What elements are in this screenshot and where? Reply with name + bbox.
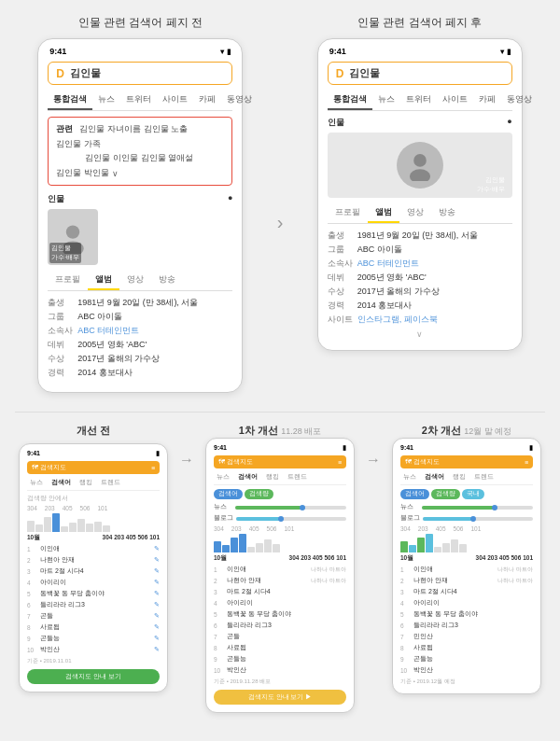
f1-bar-3 (231, 538, 238, 552)
subtab-album[interactable]: 앨범 (88, 271, 119, 290)
person-label: 인물 (48, 193, 64, 205)
after-tab-site[interactable]: 사이트 (437, 91, 473, 110)
f2-tab-trend[interactable]: 트렌드 (471, 471, 497, 482)
keyword-2[interactable]: 김인물 노출 (144, 123, 189, 135)
bs-tab-rank[interactable]: 랭킹 (77, 477, 95, 488)
tab-news[interactable]: 뉴스 (92, 91, 120, 110)
f1-tab-rank[interactable]: 랭킹 (263, 471, 282, 482)
info-group: 그룹 ABC 아이돌 (48, 311, 232, 323)
bs-tab-trend[interactable]: 트렌드 (98, 477, 123, 488)
f2-rank-3: 3마트 2절 시다4 (400, 587, 533, 596)
f1-slider-track-2[interactable] (236, 517, 346, 521)
bs-rank-date: 304 203 405 506 101 (103, 534, 160, 542)
f1-slider-2: 블로그 (214, 514, 346, 523)
after-info-section: 출생 1981년 9월 20일 (만 38세), 서울 그룹 ABC 아이돌 소… (328, 230, 512, 326)
after-tab-video[interactable]: 동영상 (501, 91, 538, 110)
rank-edit-icon-2[interactable]: ✎ (154, 556, 160, 564)
rank-item-1: 1이인애✎ (27, 544, 160, 553)
svg-point-3 (410, 169, 430, 181)
after-tab-twitter[interactable]: 트위터 (400, 91, 437, 110)
chevron-down-icon[interactable]: ∨ (112, 169, 119, 178)
f1-tab-search[interactable]: 검색어 (235, 471, 260, 482)
after-subtab-broadcast[interactable]: 방송 (431, 203, 463, 223)
tab-cafe[interactable]: 카페 (193, 91, 221, 110)
after-tab-integrated[interactable]: 통합검색 (328, 91, 372, 110)
rank-edit-icon-10[interactable]: ✎ (154, 646, 160, 653)
f1-slider-thumb-1 (300, 505, 305, 510)
bottom-btn[interactable]: 검색지도 안내 보기 (27, 669, 160, 684)
f1-chip-2[interactable]: 검색량 (245, 489, 273, 499)
f2-rank-label: 10월 (400, 554, 413, 563)
f2-tab-news[interactable]: 뉴스 (400, 471, 419, 482)
subtab-profile[interactable]: 프로필 (48, 271, 88, 290)
rank-edit-icon[interactable]: ✎ (154, 545, 160, 552)
status-bar: 9:41 ▾ ▮ (48, 47, 232, 56)
f2-bar-7 (451, 539, 458, 552)
f1-tab-news[interactable]: 뉴스 (214, 471, 232, 482)
rank-edit-icon-6[interactable]: ✎ (154, 601, 160, 608)
tab-video[interactable]: 동영상 (221, 91, 258, 110)
info-agency: 소속사 ABC 터테인먼트 (48, 325, 232, 337)
f1-slider-track-1[interactable] (235, 506, 346, 510)
f2-rank-7: 7민인산 (400, 632, 533, 641)
f2-chip-3[interactable]: 국내 (462, 489, 484, 499)
f2-tab-search[interactable]: 검색어 (422, 471, 447, 482)
f1-chip-1[interactable]: 검색어 (214, 489, 243, 499)
rank-edit-icon-3[interactable]: ✎ (154, 567, 160, 575)
rank-edit-icon-8[interactable]: ✎ (154, 623, 160, 631)
f2-chip-2[interactable]: 검색량 (431, 489, 460, 499)
tab-twitter[interactable]: 트위터 (120, 91, 157, 110)
f1-bottom-btn[interactable]: 검색지도 안내 보기 ▶ (214, 690, 346, 705)
after-tab-cafe[interactable]: 카페 (473, 91, 501, 110)
f2-tab-rank[interactable]: 랭킹 (450, 471, 469, 482)
f2-slider-track-2[interactable] (423, 517, 533, 521)
after-search-bar[interactable]: D 김인물 (328, 62, 512, 85)
tab-site[interactable]: 사이트 (157, 91, 193, 110)
person-name-overlay: 김인물가수·배우 (49, 243, 81, 263)
tab-integrated[interactable]: 통합검색 (48, 91, 92, 110)
expand-icon[interactable]: ∨ (328, 329, 512, 339)
second-title-block: 2차 개선 12월 말 예정 (422, 424, 512, 438)
after-subtab-album[interactable]: 앨범 (368, 203, 399, 223)
f1-footer: 기준 • 2019.11.28 배포 (214, 678, 346, 686)
f2-rank-8: 8사료됩 (400, 643, 533, 652)
keyword-3[interactable]: 김인물 가족 (56, 138, 101, 150)
f1-rank-5: 5동백꽃 동 무당 춤이야 (214, 609, 346, 619)
f1-bar-2 (222, 545, 230, 552)
f1-bar-6 (256, 543, 263, 552)
bar-1 (27, 521, 35, 532)
f1-slider-thumb-2 (278, 516, 284, 522)
f2-slider-track-1[interactable] (422, 506, 533, 510)
after-info-group: 그룹 ABC 아이돌 (328, 244, 512, 256)
f1-bar-8 (273, 544, 280, 552)
after-subtab-video[interactable]: 영상 (399, 203, 431, 223)
bs-tab-news[interactable]: 뉴스 (27, 477, 46, 488)
second-title: 2차 개선 (422, 425, 461, 436)
rank-edit-icon-5[interactable]: ✎ (154, 590, 160, 597)
rank-edit-icon-4[interactable]: ✎ (154, 579, 160, 586)
keyword-1[interactable]: 김인물 자녀이름 (79, 123, 141, 135)
f1-tab-trend[interactable]: 트렌드 (285, 471, 310, 482)
keyword-4[interactable]: 김인물 이인물 (85, 152, 138, 164)
rank-edit-icon-9[interactable]: ✎ (154, 635, 160, 642)
f2-slider-label-1: 뉴스 (400, 503, 419, 511)
bs-status: 9:41 ▮ (27, 450, 160, 457)
search-bar[interactable]: D 김인물 (48, 62, 232, 85)
f2-chip-1[interactable]: 검색어 (400, 489, 429, 499)
rank-edit-icon-7[interactable]: ✎ (154, 612, 160, 620)
bar-5 (61, 526, 68, 532)
subtab-video[interactable]: 영상 (119, 271, 151, 290)
after-subtab-profile[interactable]: 프로필 (328, 203, 368, 223)
keyword-5[interactable]: 김인물 열애설 (141, 152, 194, 164)
f1-rank-9: 9곤들능 (214, 654, 346, 664)
sub-tabs-before: 프로필 앨범 영상 방송 (48, 271, 232, 291)
after-tab-news[interactable]: 뉴스 (372, 91, 400, 110)
subtab-broadcast[interactable]: 방송 (151, 271, 183, 290)
bs-tab-search[interactable]: 검색어 (49, 477, 74, 488)
bar-3 (44, 517, 51, 532)
bottom-before-phone: 9:41 ▮ 🗺 검색지도 ≡ 뉴스 검색어 랭킹 트렌드 검색량 안에서 (19, 443, 168, 692)
keyword-6[interactable]: 김인물 박인물 (56, 167, 109, 179)
f2-footer: 기준 • 2019.12월 예정 (400, 678, 533, 686)
f2-rank-5: 5동백꽃 동 무당 춤이야 (400, 609, 533, 619)
after-daum-icon: D (336, 67, 344, 80)
